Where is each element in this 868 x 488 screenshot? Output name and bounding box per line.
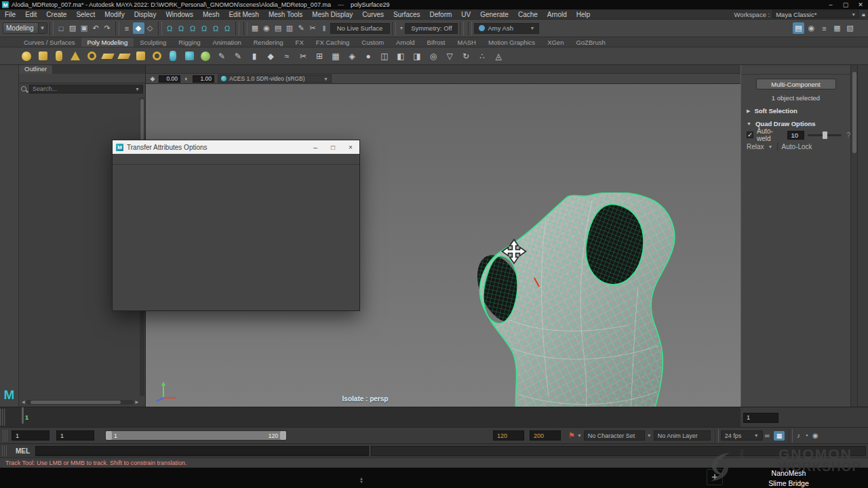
shelf-tab-gozbrush[interactable]: GoZBrush	[570, 38, 611, 47]
shelf-spin-edge-tool-icon[interactable]: ↻	[458, 49, 473, 64]
shelf-poly-cylinder-icon[interactable]	[52, 49, 66, 64]
multi-component-button[interactable]: Multi-Component	[756, 79, 836, 89]
open-scene-icon[interactable]: ▨	[67, 22, 79, 34]
dialog-maximize-button[interactable]: □	[324, 140, 342, 154]
menu-mesh-tools[interactable]: Mesh Tools	[264, 11, 307, 18]
auto-weld-checkbox[interactable]: ✓	[747, 131, 753, 138]
outliner-tab[interactable]: Outliner	[19, 65, 52, 74]
cut-tool-icon[interactable]: ✂	[307, 22, 319, 34]
shelf-poly-torus-icon[interactable]	[84, 49, 99, 64]
character-set-menu[interactable]: No Character Set	[584, 430, 645, 441]
toolkit-scrollbar[interactable]	[850, 65, 857, 407]
shelf-combine-tool-icon[interactable]: ◧	[393, 49, 408, 64]
save-scene-icon[interactable]: ▣	[79, 22, 90, 34]
loop-mode-icon[interactable]: ∞	[765, 432, 770, 439]
snap-curve-icon[interactable]: Ω	[176, 22, 187, 34]
shelf-poly-platonic-icon[interactable]	[133, 49, 148, 64]
undo-icon[interactable]: ↶	[90, 22, 102, 34]
shelf-tab-rendering[interactable]: Rendering	[248, 38, 290, 47]
outliner-horizontal-scrollbar[interactable]: ◀▶	[22, 399, 138, 405]
shelf-poly-helix-icon[interactable]	[165, 49, 180, 64]
auto-weld-value-field[interactable]: 10	[787, 131, 804, 140]
shelf-bridge-tool-icon[interactable]: ≈	[279, 49, 294, 64]
outliner-toggle-icon[interactable]: ▤	[793, 22, 804, 34]
shelf-symmetrize-tool-icon[interactable]: ◬	[491, 49, 506, 64]
live-surface-field[interactable]: No Live Surface	[330, 23, 390, 34]
maximize-button[interactable]: ▢	[838, 0, 853, 9]
menu-create[interactable]: Create	[41, 11, 71, 18]
menu-display[interactable]: Display	[130, 11, 161, 18]
exposure-field[interactable]: 0.00	[159, 75, 180, 83]
shelf-tab-xgen[interactable]: XGen	[541, 38, 570, 47]
menu-mesh[interactable]: Mesh	[198, 11, 224, 18]
ipr-render-icon[interactable]: ◉	[261, 22, 273, 34]
time-editor-icon[interactable]: ▦	[774, 431, 785, 441]
shelf-extrude-tool-icon[interactable]: ▮	[247, 49, 262, 64]
layout-grid-icon[interactable]: ▦	[831, 22, 843, 34]
menu-cache[interactable]: Cache	[513, 11, 542, 18]
animation-prefs-icon[interactable]: ◉	[812, 432, 818, 439]
shelf-tab-fx[interactable]: FX	[290, 38, 310, 47]
dock-grip[interactable]	[2, 445, 8, 456]
shelf-tab-arnold[interactable]: Arnold	[390, 38, 420, 47]
relax-label[interactable]: Relax	[747, 143, 764, 150]
menu-edit[interactable]: Edit	[20, 11, 41, 18]
soft-selection-section[interactable]: ▶ Soft Selection	[741, 106, 850, 116]
shelf-poly-cube-icon[interactable]	[35, 49, 50, 64]
snap-projected-icon[interactable]: Ω	[199, 22, 210, 34]
current-time-marker[interactable]	[22, 407, 24, 424]
select-hierarchy-icon[interactable]: ≡	[121, 22, 133, 34]
close-button[interactable]: ✕	[853, 0, 868, 9]
texture-view-icon[interactable]: ▥	[284, 22, 296, 34]
dock-grip[interactable]	[3, 430, 9, 442]
animation-end-field[interactable]: 200	[530, 430, 561, 441]
auto-weld-slider[interactable]	[808, 134, 842, 136]
dialog-close-button[interactable]: ×	[342, 140, 359, 154]
shelf-average-vertices-tool-icon[interactable]: ∴	[475, 49, 490, 64]
person-scale-icon[interactable]: ◉	[806, 22, 817, 34]
menu-help[interactable]: Help	[572, 11, 595, 18]
new-scene-icon[interactable]: □	[56, 22, 67, 34]
wireframe-mesh-object[interactable]	[465, 192, 736, 407]
workspace-selector[interactable]: Workspace : Maya Classic*▼ 🔒︎	[734, 10, 868, 18]
menu-generate[interactable]: Generate	[475, 11, 513, 18]
menu-mesh-display[interactable]: Mesh Display	[307, 11, 357, 18]
shelf-multi-cut-tool-icon[interactable]: ✂	[296, 49, 311, 64]
shelf-poly-plane-icon[interactable]	[100, 49, 115, 64]
dock-grip[interactable]	[0, 409, 6, 426]
make-live-icon[interactable]: Ω	[222, 22, 233, 34]
paint-effects-icon[interactable]: ✎	[296, 22, 307, 34]
shelf-sculpt-tool-icon[interactable]: ✎	[214, 49, 229, 64]
playback-start-field[interactable]: 1	[56, 430, 94, 441]
menu-windows[interactable]: Windows	[161, 11, 198, 18]
menu-modify[interactable]: Modify	[100, 11, 129, 18]
menu-uv[interactable]: UV	[456, 11, 475, 18]
exposure-icon[interactable]: ◆	[148, 75, 157, 83]
snap-view-icon[interactable]: Ω	[210, 22, 222, 34]
character-set-selector[interactable]: Amy Ash ▼	[474, 23, 539, 34]
gamma-icon[interactable]: ◐	[182, 75, 191, 83]
menu-set-selector[interactable]: Modeling▼	[3, 22, 47, 34]
shelf-tab-animation[interactable]: Animation	[206, 38, 247, 47]
layer-stack-icon[interactable]: ▧	[844, 22, 856, 34]
playback-end-field[interactable]: 120	[493, 430, 524, 441]
time-slider-track[interactable]: 1	[8, 407, 739, 424]
shelf-poly-gear-icon[interactable]	[182, 49, 197, 64]
shelf-poly-soccer-icon[interactable]	[198, 49, 213, 64]
select-component-icon[interactable]: ◇	[144, 22, 156, 34]
render-settings-icon[interactable]: ▤	[273, 22, 284, 34]
auto-lock-label[interactable]: Auto-Lock	[782, 143, 812, 150]
menu-surfaces[interactable]: Surfaces	[389, 11, 425, 18]
fps-selector[interactable]: 24 fps▼	[721, 430, 763, 441]
scroll-widget[interactable]: ▲▼	[359, 477, 363, 484]
lock-icon[interactable]: 🔒︎	[862, 11, 865, 18]
shelf-tab-custom[interactable]: Custom	[355, 38, 390, 47]
shelf-tab-bifrost[interactable]: Bifrost	[421, 38, 452, 47]
dialog-title-bar[interactable]: M Transfer Attributes Options – □ ×	[113, 140, 359, 154]
shelf-separate-tool-icon[interactable]: ◨	[410, 49, 425, 64]
playback-speed-icon[interactable]: ◔	[804, 432, 808, 439]
menu-file[interactable]: File	[0, 11, 20, 18]
redo-icon[interactable]: ↷	[102, 22, 113, 34]
menu-arnold[interactable]: Arnold	[542, 11, 572, 18]
shelf-tab-fx-caching[interactable]: FX Caching	[310, 38, 356, 47]
